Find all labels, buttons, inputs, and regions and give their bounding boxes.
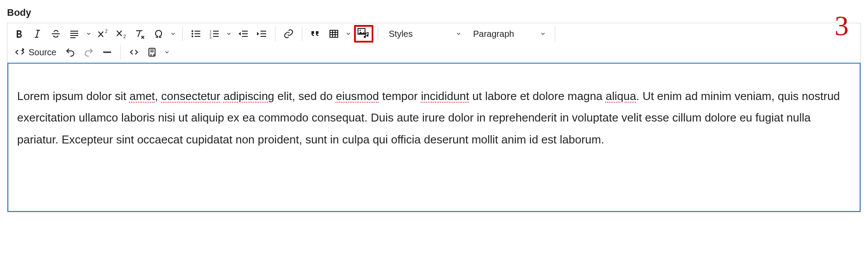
chevron-down-icon <box>540 31 546 37</box>
toolbar-separator <box>555 26 555 41</box>
toolbar-separator <box>182 26 183 41</box>
align-button[interactable] <box>65 25 83 43</box>
numbered-list-button[interactable]: 123 <box>206 25 223 43</box>
svg-rect-8 <box>330 30 338 37</box>
spellcheck-word: consectetur <box>161 89 220 103</box>
spellcheck-word: adipiscing <box>224 89 275 103</box>
source-button[interactable]: Source <box>10 43 61 61</box>
rich-text-editor: 2 2 <box>7 23 861 212</box>
spellcheck-word: amet <box>130 89 155 103</box>
editor-toolbar: 2 2 <box>7 23 861 63</box>
bulleted-list-button[interactable] <box>187 25 205 43</box>
svg-point-4 <box>192 36 193 37</box>
blockquote-button[interactable] <box>307 25 324 43</box>
spellcheck-word: aliqua <box>606 89 636 103</box>
special-character-dropdown-chevron[interactable] <box>168 25 178 43</box>
table-button[interactable] <box>325 25 343 43</box>
special-character-button[interactable] <box>150 25 167 43</box>
svg-text:2: 2 <box>105 29 108 34</box>
svg-text:3: 3 <box>210 36 212 39</box>
editor-content[interactable]: Lorem ipsum dolor sit amet, consectetur … <box>7 63 861 212</box>
templates-button[interactable] <box>144 43 161 61</box>
source-icon <box>14 47 25 57</box>
chevron-down-icon <box>456 31 462 37</box>
toolbar-separator <box>302 26 302 41</box>
strikethrough-button[interactable] <box>47 25 65 43</box>
toolbar-separator <box>378 26 378 41</box>
remove-format-button[interactable] <box>131 25 149 43</box>
superscript-button[interactable]: 2 <box>94 25 112 43</box>
svg-point-2 <box>192 30 193 32</box>
bold-button[interactable] <box>10 25 28 43</box>
svg-text:2: 2 <box>123 34 126 39</box>
source-button-label: Source <box>29 47 56 57</box>
table-dropdown-chevron[interactable] <box>344 25 353 43</box>
templates-dropdown-chevron[interactable] <box>162 43 172 61</box>
styles-dropdown[interactable]: Styles <box>383 25 466 43</box>
svg-point-10 <box>359 29 361 31</box>
spellcheck-word: eiusmod <box>336 89 379 103</box>
italic-button[interactable] <box>29 25 46 43</box>
annotation-number: 3 <box>835 10 849 42</box>
redo-button[interactable] <box>80 43 98 61</box>
subscript-button[interactable]: 2 <box>113 25 130 43</box>
content-paragraph: Lorem ipsum dolor sit amet, consectetur … <box>17 86 851 150</box>
link-button[interactable] <box>280 25 297 43</box>
field-label: Body <box>7 7 861 18</box>
undo-button[interactable] <box>61 43 79 61</box>
insert-media-button[interactable] <box>354 25 373 43</box>
format-dropdown[interactable]: Paragraph <box>467 25 550 43</box>
spellcheck-word: incididunt <box>421 89 469 103</box>
styles-dropdown-label: Styles <box>389 29 412 39</box>
toolbar-separator <box>120 45 121 60</box>
svg-point-3 <box>192 33 193 35</box>
toolbar-separator <box>275 26 275 41</box>
format-dropdown-label: Paragraph <box>473 29 514 39</box>
horizontal-rule-button[interactable] <box>98 43 116 61</box>
indent-button[interactable] <box>253 25 271 43</box>
numbered-list-dropdown-chevron[interactable] <box>224 25 234 43</box>
code-button[interactable] <box>125 43 143 61</box>
align-dropdown-chevron[interactable] <box>84 25 94 43</box>
outdent-button[interactable] <box>235 25 252 43</box>
